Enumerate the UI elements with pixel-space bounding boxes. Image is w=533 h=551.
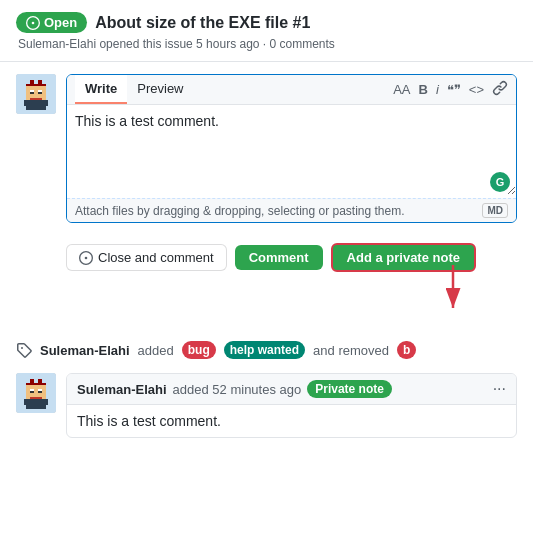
- toolbar-code-icon[interactable]: <>: [469, 82, 484, 97]
- issue-title-row: Open About size of the EXE file #1: [16, 12, 517, 33]
- editor-toolbar: AA B i ❝❞ <>: [393, 80, 508, 99]
- grammarly-icon[interactable]: G: [490, 172, 510, 192]
- svg-rect-24: [30, 397, 42, 399]
- svg-rect-3: [26, 84, 46, 86]
- toolbar-heading-icon[interactable]: AA: [393, 82, 410, 97]
- svg-rect-4: [26, 86, 46, 100]
- issue-header: Open About size of the EXE file #1 Sulem…: [0, 0, 533, 62]
- svg-rect-27: [40, 399, 48, 405]
- tag-icon: [16, 342, 32, 358]
- svg-rect-19: [26, 385, 46, 399]
- svg-rect-9: [30, 98, 42, 100]
- open-badge: Open: [16, 12, 87, 33]
- issue-title: About size of the EXE file #1: [95, 14, 310, 32]
- comment-section: Write Preview AA B i ❝❞ <> This is a tes…: [0, 62, 533, 235]
- comment-button[interactable]: Comment: [235, 245, 323, 270]
- private-note-section: Suleman-Elahi added 52 minutes ago Priva…: [0, 365, 533, 446]
- svg-rect-8: [38, 92, 42, 94]
- private-note-content: This is a test comment.: [67, 405, 516, 437]
- toolbar-bold-icon[interactable]: B: [419, 82, 428, 97]
- svg-rect-16: [30, 379, 34, 383]
- close-issue-icon: [79, 251, 93, 265]
- activity-user: Suleman-Elahi: [40, 343, 130, 358]
- open-issue-icon: [26, 16, 40, 30]
- svg-rect-23: [38, 391, 42, 393]
- arrow-annotation: [0, 280, 533, 335]
- close-and-comment-label: Close and comment: [98, 250, 214, 265]
- attach-text: Attach files by dragging & dropping, sel…: [75, 204, 405, 218]
- svg-rect-1: [30, 80, 34, 84]
- tab-preview[interactable]: Preview: [127, 75, 193, 104]
- private-note-body: Suleman-Elahi added 52 minutes ago Priva…: [66, 373, 517, 438]
- private-note-badge: Private note: [307, 380, 392, 398]
- commenter-avatar: [16, 74, 56, 114]
- svg-rect-11: [24, 100, 32, 106]
- private-note-header: Suleman-Elahi added 52 minutes ago Priva…: [67, 374, 516, 405]
- svg-rect-17: [38, 379, 42, 383]
- editor-tabs-bar: Write Preview AA B i ❝❞ <>: [67, 75, 516, 105]
- svg-rect-26: [24, 399, 32, 405]
- label-help-wanted: help wanted: [224, 341, 305, 359]
- comment-editor-box: Write Preview AA B i ❝❞ <> This is a tes…: [66, 74, 517, 223]
- svg-rect-18: [26, 383, 46, 385]
- tab-write[interactable]: Write: [75, 75, 127, 104]
- svg-rect-2: [38, 80, 42, 84]
- toolbar-quote-icon[interactable]: ❝❞: [447, 82, 461, 97]
- private-note-user: Suleman-Elahi: [77, 382, 167, 397]
- svg-rect-7: [30, 92, 34, 94]
- markdown-icon: MD: [482, 203, 508, 218]
- label-b: b: [397, 341, 416, 359]
- private-note-avatar: [16, 373, 56, 413]
- activity-and-removed: and removed: [313, 343, 389, 358]
- svg-rect-22: [30, 391, 34, 393]
- comment-textarea[interactable]: This is a test comment.: [67, 105, 516, 195]
- toolbar-italic-icon[interactable]: i: [436, 82, 439, 97]
- svg-rect-12: [40, 100, 48, 106]
- activity-action: added: [138, 343, 174, 358]
- private-note-time: added 52 minutes ago: [173, 382, 302, 397]
- issue-meta: Suleman-Elahi opened this issue 5 hours …: [16, 37, 517, 51]
- activity-row: Suleman-Elahi added bug help wanted and …: [0, 335, 533, 365]
- label-bug: bug: [182, 341, 216, 359]
- textarea-wrapper: This is a test comment. G: [67, 105, 516, 198]
- open-badge-label: Open: [44, 15, 77, 30]
- close-and-comment-button[interactable]: Close and comment: [66, 244, 227, 271]
- red-arrow-svg: [393, 260, 513, 315]
- toolbar-link-icon[interactable]: [492, 80, 508, 99]
- private-note-menu-button[interactable]: ···: [493, 380, 506, 398]
- attach-bar: Attach files by dragging & dropping, sel…: [67, 198, 516, 222]
